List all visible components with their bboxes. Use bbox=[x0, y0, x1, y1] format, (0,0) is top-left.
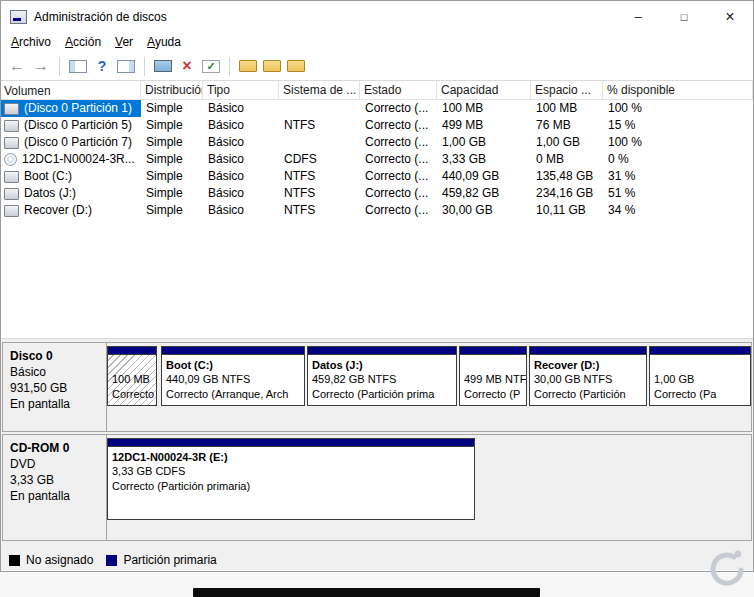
partition-block[interactable]: Boot (C:)440,09 GB NTFSCorrecto (Arranqu… bbox=[161, 346, 305, 406]
partition-color-strip bbox=[530, 347, 646, 355]
volume-list: VolumenDistribuciónTipoSistema de ...Est… bbox=[1, 81, 753, 338]
cell-free: 100 MB bbox=[531, 100, 603, 117]
legend-label: Partición primaria bbox=[123, 553, 216, 567]
partition-block[interactable]: 100 MBCorrecto bbox=[107, 346, 157, 406]
forward-button[interactable]: → bbox=[32, 57, 50, 75]
legend-swatch bbox=[9, 555, 20, 566]
refresh-button[interactable] bbox=[154, 60, 172, 72]
disk-status: En pantalla bbox=[10, 396, 99, 412]
column-header-volumen[interactable]: Volumen bbox=[1, 81, 141, 99]
toolbar-separator bbox=[229, 57, 230, 76]
change-drive-letter-button[interactable] bbox=[239, 60, 257, 72]
volume-name: (Disco 0 Partición 1) bbox=[24, 100, 132, 117]
cell-volume: Datos (J:) bbox=[1, 185, 141, 202]
window-controls: – □ × bbox=[615, 1, 753, 32]
cell-layout: Simple bbox=[141, 185, 203, 202]
volume-name: 12DC1-N00024-3R... bbox=[22, 151, 135, 168]
toolbar-separator bbox=[144, 57, 145, 76]
cell-fs: NTFS bbox=[279, 117, 360, 134]
set-active-button[interactable]: ✓ bbox=[202, 60, 220, 73]
partition-status: Correcto (Pa bbox=[650, 387, 750, 402]
title-bar: Administración de discos – □ × bbox=[1, 1, 753, 32]
table-row[interactable]: (Disco 0 Partición 7)SimpleBásicoCorrect… bbox=[1, 134, 753, 151]
app-icon bbox=[10, 10, 27, 24]
minimize-button[interactable]: – bbox=[615, 1, 661, 32]
cell-fs bbox=[279, 134, 360, 151]
help-button[interactable]: ? bbox=[93, 57, 111, 75]
cell-volume: (Disco 0 Partición 1) bbox=[1, 100, 141, 117]
delete-volume-button[interactable]: × bbox=[178, 57, 196, 75]
cell-free: 234,16 GB bbox=[531, 185, 603, 202]
cell-type: Básico bbox=[203, 117, 279, 134]
partition-status: Correcto (Partición prima bbox=[308, 387, 456, 402]
column-header-espacio[interactable]: Espacio ... bbox=[531, 81, 603, 99]
partition-size: 30,00 GB NTFS bbox=[530, 372, 646, 387]
column-header-tipo[interactable]: Tipo bbox=[203, 81, 279, 99]
table-row[interactable]: Boot (C:)SimpleBásicoNTFSCorrecto (...44… bbox=[1, 168, 753, 185]
partition-block[interactable]: Datos (J:)459,82 GB NTFSCorrecto (Partic… bbox=[307, 346, 457, 406]
disk-icon bbox=[4, 103, 19, 115]
table-row[interactable]: (Disco 0 Partición 1)SimpleBásicoCorrect… bbox=[1, 100, 753, 117]
partition-status: Correcto (P bbox=[460, 387, 526, 402]
cell-status: Correcto (... bbox=[360, 134, 437, 151]
partition-block[interactable]: 12DC1-N00024-3R (E:)3,33 GB CDFSCorrecto… bbox=[107, 438, 475, 520]
column-header-estado[interactable]: Estado bbox=[360, 81, 437, 99]
back-button[interactable]: ← bbox=[8, 57, 26, 75]
legend-swatch bbox=[106, 555, 117, 566]
volume-name: (Disco 0 Partición 7) bbox=[24, 134, 132, 151]
partition-status: Correcto (Partición primaria) bbox=[108, 479, 474, 494]
disk-panel[interactable]: CD-ROM 0DVD3,33 GBEn pantalla bbox=[3, 435, 107, 540]
partition-color-strip bbox=[460, 347, 526, 355]
cell-type: Básico bbox=[203, 100, 279, 117]
action-pane-button[interactable] bbox=[117, 60, 135, 73]
column-header-sistema-de[interactable]: Sistema de ... bbox=[279, 81, 360, 99]
cell-capacity: 30,00 GB bbox=[437, 202, 531, 219]
volume-name: Boot (C:) bbox=[24, 168, 72, 185]
table-row[interactable]: (Disco 0 Partición 5)SimpleBásicoNTFSCor… bbox=[1, 117, 753, 134]
disk-icon bbox=[4, 120, 19, 132]
cell-layout: Simple bbox=[141, 134, 203, 151]
disk-size: 3,33 GB bbox=[10, 472, 99, 488]
cell-type: Básico bbox=[203, 134, 279, 151]
table-row[interactable]: 12DC1-N00024-3R...SimpleBásicoCDFSCorrec… bbox=[1, 151, 753, 168]
cell-available: 51 % bbox=[603, 185, 753, 202]
disk-type: DVD bbox=[10, 456, 99, 472]
cell-layout: Simple bbox=[141, 117, 203, 134]
cell-capacity: 3,33 GB bbox=[437, 151, 531, 168]
menu-item-archivo[interactable]: Archivo bbox=[4, 33, 58, 51]
cell-status: Correcto (... bbox=[360, 117, 437, 134]
disk-status: En pantalla bbox=[10, 488, 99, 504]
table-row[interactable]: Recover (D:)SimpleBásicoNTFSCorrecto (..… bbox=[1, 202, 753, 219]
format-volume-button[interactable] bbox=[263, 60, 281, 72]
menu-item-ver[interactable]: Ver bbox=[108, 33, 140, 51]
column-header-distribucion[interactable]: Distribución bbox=[141, 81, 203, 99]
partition-block[interactable]: 499 MB NTFSCorrecto (P bbox=[459, 346, 527, 406]
partition-status: Correcto (Arranque, Arch bbox=[162, 387, 304, 402]
extend-volume-button[interactable] bbox=[287, 60, 305, 72]
menu-item-accion[interactable]: Acción bbox=[58, 33, 108, 51]
partition-block[interactable]: Recover (D:)30,00 GB NTFSCorrecto (Parti… bbox=[529, 346, 647, 406]
maximize-button[interactable]: □ bbox=[661, 1, 707, 32]
close-button[interactable]: × bbox=[707, 1, 753, 32]
disk-panel[interactable]: Disco 0Básico931,50 GBEn pantalla bbox=[3, 343, 107, 431]
column-header-disponible[interactable]: % disponible bbox=[603, 81, 753, 99]
partition-size: 100 MB bbox=[108, 372, 156, 387]
disk-content: 100 MBCorrectoBoot (C:)440,09 GB NTFSCor… bbox=[107, 343, 751, 431]
disk-name: Disco 0 bbox=[10, 348, 99, 364]
cell-type: Básico bbox=[203, 185, 279, 202]
volume-list-body: (Disco 0 Partición 1)SimpleBásicoCorrect… bbox=[1, 100, 753, 219]
disk-icon bbox=[4, 205, 19, 217]
partition-block[interactable]: 1,00 GBCorrecto (Pa bbox=[649, 346, 751, 406]
disk-name: CD-ROM 0 bbox=[10, 440, 99, 456]
volume-name: Datos (J:) bbox=[24, 185, 76, 202]
cell-capacity: 1,00 GB bbox=[437, 134, 531, 151]
partition-name: Datos (J:) bbox=[308, 355, 456, 372]
menu-item-ayuda[interactable]: Ayuda bbox=[140, 33, 188, 51]
volume-name: (Disco 0 Partición 5) bbox=[24, 117, 132, 134]
column-header-capacidad[interactable]: Capacidad bbox=[437, 81, 531, 99]
cd-icon bbox=[4, 153, 17, 166]
cell-layout: Simple bbox=[141, 168, 203, 185]
table-row[interactable]: Datos (J:)SimpleBásicoNTFSCorrecto (...4… bbox=[1, 185, 753, 202]
console-tree-button[interactable] bbox=[69, 60, 87, 73]
volume-list-header: VolumenDistribuciónTipoSistema de ...Est… bbox=[1, 81, 753, 100]
